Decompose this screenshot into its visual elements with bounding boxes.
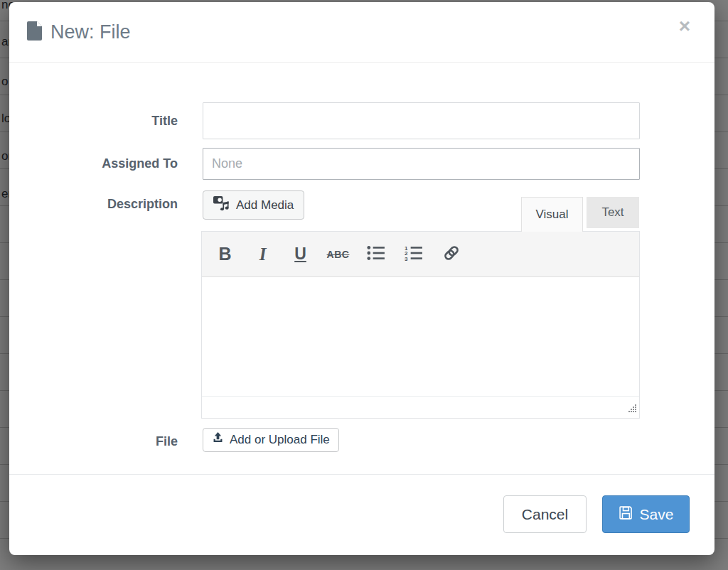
numbered-list-button[interactable]: 1 2 3 — [395, 239, 432, 270]
strikethrough-button[interactable]: ABC — [319, 239, 357, 270]
file-icon — [27, 21, 42, 43]
tab-text[interactable]: Text — [587, 197, 639, 228]
editor-content-area[interactable] — [202, 277, 639, 396]
svg-text:3: 3 — [405, 256, 408, 262]
modal-title: New: File — [50, 21, 131, 43]
description-editor: B I U ABC — [201, 231, 640, 419]
italic-button[interactable]: I — [244, 239, 282, 270]
add-media-label: Add Media — [236, 198, 294, 213]
resize-grip-icon[interactable] — [628, 402, 636, 415]
cancel-button[interactable]: Cancel — [503, 495, 587, 533]
upload-icon — [212, 432, 224, 448]
bold-button[interactable]: B — [206, 239, 244, 270]
bold-icon: B — [218, 244, 231, 264]
footer-buttons: Cancel Save — [503, 495, 690, 533]
screen: ne an o a lo om er New: File × Title — [0, 0, 728, 570]
modal-footer: Cancel Save — [9, 474, 714, 555]
assigned-to-input[interactable] — [203, 148, 640, 180]
link-button[interactable] — [432, 239, 470, 270]
modal-header: New: File × — [9, 2, 714, 63]
save-button[interactable]: Save — [602, 495, 690, 533]
tab-visual[interactable]: Visual — [521, 197, 583, 232]
modal-title-group: New: File — [27, 21, 131, 43]
underline-button[interactable]: U — [282, 239, 319, 270]
bullet-list-icon — [367, 244, 385, 264]
strikethrough-icon: ABC — [327, 249, 350, 260]
editor-toolbar: B I U ABC — [202, 232, 639, 277]
add-or-upload-file-label: Add or Upload File — [230, 433, 330, 447]
save-icon — [619, 505, 633, 524]
new-file-modal: New: File × Title Assigned To Descriptio… — [9, 2, 714, 555]
numbered-list-icon: 1 2 3 — [405, 244, 423, 264]
italic-icon: I — [259, 244, 267, 264]
editor-statusbar — [202, 396, 639, 418]
title-input[interactable] — [203, 102, 640, 139]
add-or-upload-file-button[interactable]: Add or Upload File — [203, 428, 339, 452]
close-icon[interactable]: × — [679, 16, 690, 36]
assigned-to-label: Assigned To — [9, 156, 178, 171]
bullet-list-button[interactable] — [357, 239, 395, 270]
link-icon — [441, 243, 461, 265]
underline-icon: U — [294, 244, 306, 264]
add-media-button[interactable]: Add Media — [203, 190, 304, 220]
cancel-label: Cancel — [522, 506, 568, 523]
description-label: Description — [9, 197, 178, 212]
file-label: File — [9, 434, 178, 449]
title-label: Title — [9, 114, 178, 129]
add-media-icon — [213, 195, 230, 215]
save-label: Save — [640, 506, 674, 523]
